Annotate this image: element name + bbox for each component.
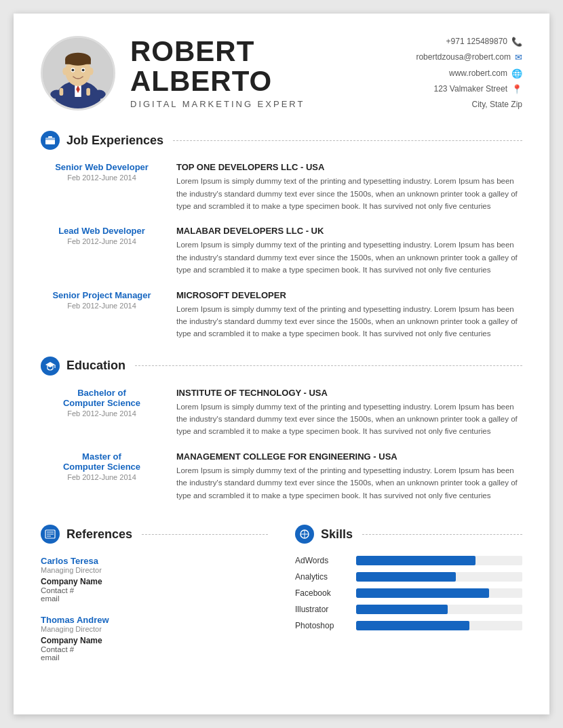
skill-fill <box>356 605 448 614</box>
ref-email: email <box>41 594 268 603</box>
experience-section: Job Experiences Senior Web Developer Feb… <box>41 131 522 340</box>
website-row: www.robert.com 🌐 <box>416 66 522 81</box>
entry-left: Senior Project Manager Feb 2012-June 201… <box>41 290 163 340</box>
entry-right: TOP ONE DEVELOPERS LLC - USA Lorem Ipsum… <box>176 162 522 212</box>
experience-divider <box>173 140 522 141</box>
skills-header: Skills <box>295 525 522 544</box>
location-icon: 📍 <box>511 81 522 97</box>
skill-label: AdWords <box>295 556 349 565</box>
skills-icon <box>295 525 314 544</box>
job-title: DIGITAL MARKETING EXPERT <box>130 99 402 109</box>
phone-row: +971 125489870 📞 <box>416 34 522 49</box>
skill-fill <box>356 572 456 582</box>
education-icon <box>41 357 60 376</box>
education-title: Education <box>66 359 125 373</box>
education-entry: Master ofComputer Science Feb 2012-June … <box>41 451 522 502</box>
svg-point-15 <box>93 89 106 98</box>
degree-title: Bachelor ofComputer Science <box>41 388 163 408</box>
skill-label: Illustrator <box>295 605 349 614</box>
edu-date: Feb 2012-June 2014 <box>41 409 163 418</box>
skill-entry: Facebook <box>295 588 522 598</box>
institution-name: INSTITUTE OF TECHNOLOGY - USA <box>176 388 522 398</box>
address-row: 123 Valmaker Street 📍 <box>416 81 522 97</box>
edu-date: Feb 2012-June 2014 <box>41 473 163 481</box>
svg-rect-16 <box>86 87 90 95</box>
education-section: Education Bachelor ofComputer Science Fe… <box>41 357 522 502</box>
svg-rect-14 <box>60 87 64 95</box>
name-block: ROBERT ALBERTO DIGITAL MARKETING EXPERT <box>130 37 402 109</box>
entry-left: Senior Web Developer Feb 2012-June 2014 <box>41 162 163 212</box>
reference-entry: Carlos Teresa Managing Director Company … <box>41 556 268 603</box>
skill-bar <box>356 621 522 630</box>
edu-desc: Lorem Ipsum is simply dummy text of the … <box>176 464 522 502</box>
experience-title: Job Experiences <box>66 134 163 148</box>
ref-name: Carlos Teresa <box>41 556 268 566</box>
skill-entry: Illustrator <box>295 605 522 614</box>
skill-fill <box>356 556 475 565</box>
skills-title: Skills <box>321 527 353 542</box>
ref-role: Managing Director <box>41 566 268 574</box>
skill-label: Photoshop <box>295 621 349 630</box>
skill-fill <box>356 621 469 630</box>
entry-left: Lead Web Developer Feb 2012-June 2014 <box>41 226 163 276</box>
skill-bar <box>356 605 522 614</box>
avatar <box>41 36 115 110</box>
ref-contact: Contact # <box>41 645 268 653</box>
company-name: TOP ONE DEVELOPERS LLC - USA <box>176 162 522 172</box>
job-date: Feb 2012-June 2014 <box>41 174 163 182</box>
references-header: References <box>41 525 268 544</box>
phone-icon: 📞 <box>511 34 522 49</box>
education-entry: Bachelor ofComputer Science Feb 2012-Jun… <box>41 388 522 438</box>
ref-email: email <box>41 653 268 662</box>
edu-desc: Lorem Ipsum is simply dummy text of the … <box>176 401 522 438</box>
contact-info: +971 125489870 📞 robertdzousa@robert.com… <box>416 34 522 112</box>
svg-point-8 <box>88 67 94 75</box>
job-desc: Lorem Ipsum is simply dummy text of the … <box>176 303 522 340</box>
references-title: References <box>66 527 132 542</box>
ref-contact: Contact # <box>41 586 268 594</box>
education-divider <box>135 365 522 366</box>
skill-fill <box>356 588 489 598</box>
entry-right: INSTITUTE OF TECHNOLOGY - USA Lorem Ipsu… <box>176 388 522 438</box>
education-header: Education <box>41 357 522 376</box>
skills-entries: AdWords Analytics Facebook Illustrator P… <box>295 556 522 630</box>
svg-rect-6 <box>65 59 91 64</box>
skill-entry: Analytics <box>295 572 522 582</box>
ref-company: Company Name <box>41 636 268 645</box>
experience-entry: Senior Web Developer Feb 2012-June 2014 … <box>41 162 522 212</box>
email-row: robertdzousa@robert.com ✉ <box>416 49 522 65</box>
skill-bar <box>356 572 522 582</box>
references-icon <box>41 525 60 544</box>
job-date: Feb 2012-June 2014 <box>41 237 163 245</box>
job-desc: Lorem Ipsum is simply dummy text of the … <box>176 239 522 276</box>
globe-icon: 🌐 <box>511 66 522 81</box>
job-date: Feb 2012-June 2014 <box>41 302 163 310</box>
resume-container: ROBERT ALBERTO DIGITAL MARKETING EXPERT … <box>14 14 549 714</box>
job-role: Senior Project Manager <box>41 290 163 300</box>
experience-entry: Lead Web Developer Feb 2012-June 2014 MA… <box>41 226 522 276</box>
experience-entries: Senior Web Developer Feb 2012-June 2014 … <box>41 162 522 340</box>
skill-bar <box>356 556 522 565</box>
header: ROBERT ALBERTO DIGITAL MARKETING EXPERT … <box>41 34 522 112</box>
ref-role: Managing Director <box>41 625 268 633</box>
job-role: Senior Web Developer <box>41 162 163 172</box>
job-desc: Lorem Ipsum is simply dummy text of the … <box>176 175 522 212</box>
skill-bar <box>356 588 522 598</box>
education-entries: Bachelor ofComputer Science Feb 2012-Jun… <box>41 388 522 502</box>
job-role: Lead Web Developer <box>41 226 163 236</box>
svg-rect-19 <box>45 138 55 140</box>
institution-name: MANAGEMENT COLLEGE FOR ENGINEERING - USA <box>176 451 522 462</box>
ref-company: Company Name <box>41 577 268 586</box>
entry-right: MANAGEMENT COLLEGE FOR ENGINEERING - USA… <box>176 451 522 502</box>
entry-right: MICROSOFT DEVELOPER Lorem Ipsum is simpl… <box>176 290 522 340</box>
skills-divider <box>362 534 522 535</box>
skill-label: Analytics <box>295 572 349 582</box>
degree-title: Master ofComputer Science <box>41 451 163 472</box>
reference-entry: Thomas Andrew Managing Director Company … <box>41 615 268 662</box>
references-entries: Carlos Teresa Managing Director Company … <box>41 556 268 662</box>
full-name: ROBERT ALBERTO <box>130 37 402 96</box>
skill-entry: Photoshop <box>295 621 522 630</box>
svg-point-11 <box>72 68 75 71</box>
email-icon: ✉ <box>515 49 522 65</box>
city-row: City, State Zip <box>416 98 522 113</box>
